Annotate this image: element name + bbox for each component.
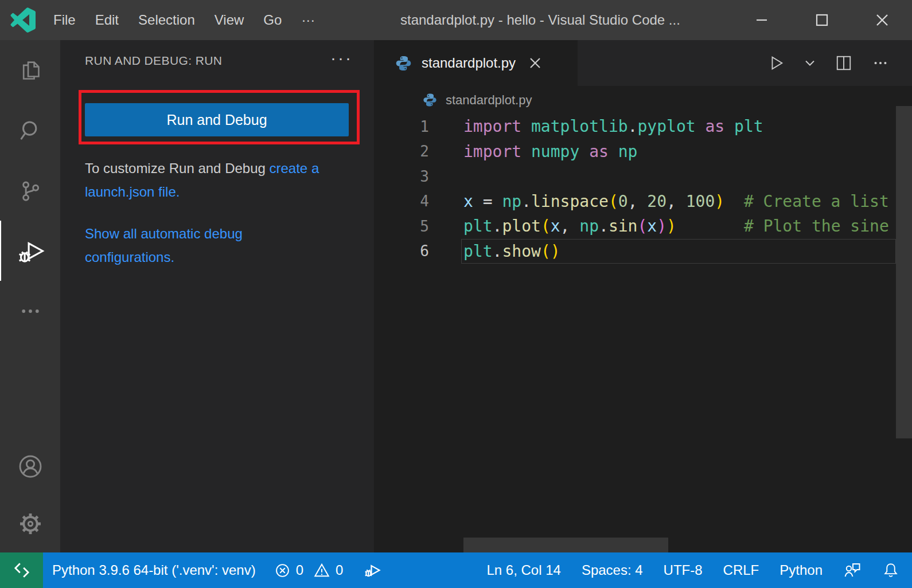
show-automatic-configs-link[interactable]: Show all automatic debug configurations.	[85, 226, 243, 265]
line-number: 6	[374, 242, 429, 260]
window-title: standardplot.py - hello - Visual Studio …	[400, 0, 680, 40]
annotation-red-box	[79, 90, 360, 144]
line-number: 4	[374, 193, 429, 210]
editor-actions	[767, 40, 912, 86]
line-number: 2	[374, 143, 429, 160]
menu-view[interactable]: View	[205, 12, 254, 28]
eol-sequence[interactable]: CRLF	[723, 562, 759, 578]
python-icon	[422, 92, 438, 108]
tab-strip: standardplot.py	[374, 40, 912, 86]
code-line-5[interactable]: 5plt.plot(x, np.sin(x)) # Plot the sine	[374, 214, 912, 239]
code-line-1[interactable]: 1import matplotlib.pyplot as plt	[374, 114, 912, 139]
menu-edit[interactable]: Edit	[85, 12, 128, 28]
status-left: Python 3.9.6 64-bit ('.venv': venv) 0 0	[43, 560, 382, 581]
horizontal-scrollbar[interactable]	[463, 538, 668, 552]
indentation[interactable]: Spaces: 4	[582, 562, 643, 578]
error-count: 0	[296, 562, 303, 578]
settings-gear-icon[interactable]	[0, 495, 60, 552]
window-controls	[731, 0, 912, 40]
customize-hint: To customize Run and Debug create a laun…	[85, 156, 337, 203]
run-file-icon[interactable]	[767, 54, 785, 72]
status-right-texts: Ln 6, Col 14Spaces: 4UTF-8CRLFPython	[486, 562, 823, 578]
line-number: 5	[374, 218, 429, 235]
run-and-debug-panel: RUN AND DEBUG: RUN ··· Run and Debug To …	[60, 40, 374, 552]
panel-header: RUN AND DEBUG: RUN	[85, 54, 222, 68]
breadcrumb-file-label: standardplot.py	[446, 93, 532, 108]
auto-configs-paragraph: Show all automatic debug configurations.	[85, 222, 326, 269]
run-dropdown-chevron-icon[interactable]	[804, 57, 816, 69]
close-icon[interactable]	[852, 0, 912, 40]
status-right: Ln 6, Col 14Spaces: 4UTF-8CRLFPython	[486, 561, 912, 579]
tab-label: standardplot.py	[422, 55, 516, 71]
encoding[interactable]: UTF-8	[664, 562, 703, 578]
panel-more-actions-icon[interactable]: ···	[330, 48, 353, 68]
status-bar: Python 3.9.6 64-bit ('.venv': venv) 0 0 …	[0, 552, 912, 588]
code-line-4[interactable]: 4x = np.linspace(0, 20, 100) # Create a …	[374, 189, 912, 214]
code-text: plt.plot(x, np.sin(x)) # Plot the sine	[429, 217, 889, 236]
activity-bar	[0, 40, 60, 552]
tab-close-icon[interactable]	[528, 56, 542, 70]
title-bar: FileEditSelectionViewGo··· standardplot.…	[0, 0, 912, 40]
bell-icon[interactable]	[882, 562, 899, 579]
split-editor-icon[interactable]	[835, 54, 852, 72]
explorer-icon[interactable]	[0, 40, 60, 100]
remote-indicator[interactable]	[0, 552, 43, 588]
problems-indicator[interactable]: 0 0	[274, 562, 344, 579]
remote-icon	[12, 560, 32, 580]
run-and-debug-icon[interactable]	[0, 221, 60, 281]
account-icon[interactable]	[0, 438, 60, 495]
menu-selection[interactable]: Selection	[128, 12, 205, 28]
more-icon[interactable]	[0, 281, 60, 341]
tab-standardplot[interactable]: standardplot.py	[374, 40, 578, 86]
search-icon[interactable]	[0, 100, 60, 160]
menu-[interactable]: ···	[291, 12, 325, 28]
maximize-icon[interactable]	[792, 0, 852, 40]
code-area[interactable]: 1import matplotlib.pyplot as plt2import …	[374, 114, 912, 264]
menu-go[interactable]: Go	[254, 12, 291, 28]
code-text: x = np.linspace(0, 20, 100) # Create a l…	[429, 192, 889, 211]
debug-status-icon[interactable]	[361, 560, 382, 581]
editor-group: standardplot.py standardplot.py 1import …	[374, 40, 912, 552]
python-interpreter[interactable]: Python 3.9.6 64-bit ('.venv': venv)	[52, 562, 256, 578]
line-number: 3	[374, 168, 429, 185]
warning-icon	[313, 562, 330, 579]
language-mode[interactable]: Python	[780, 562, 823, 578]
code-text: import matplotlib.pyplot as plt	[429, 117, 763, 136]
feedback-icon[interactable]	[843, 561, 862, 579]
code-text: plt.show()	[429, 242, 560, 261]
vertical-scrollbar[interactable]	[896, 106, 912, 438]
code-line-2[interactable]: 2import numpy as np	[374, 139, 912, 164]
activity-bar-spacer	[0, 341, 60, 438]
vscode-logo-icon	[10, 7, 36, 33]
code-text: import numpy as np	[429, 142, 637, 161]
code-line-6[interactable]: 6plt.show()	[374, 239, 912, 264]
code-line-3[interactable]: 3	[374, 164, 912, 189]
source-control-icon[interactable]	[0, 160, 60, 221]
cursor-position[interactable]: Ln 6, Col 14	[486, 562, 560, 578]
editor-more-actions-icon[interactable]	[872, 54, 889, 72]
menu-bar: FileEditSelectionViewGo···	[44, 12, 325, 28]
python-icon	[395, 54, 412, 72]
hint-text: To customize Run and Debug	[85, 160, 270, 176]
warning-count: 0	[336, 562, 343, 578]
minimize-icon[interactable]	[731, 0, 792, 40]
error-icon	[274, 562, 291, 579]
menu-file[interactable]: File	[44, 12, 85, 28]
breadcrumb[interactable]: standardplot.py	[374, 86, 912, 114]
line-number: 1	[374, 118, 429, 135]
